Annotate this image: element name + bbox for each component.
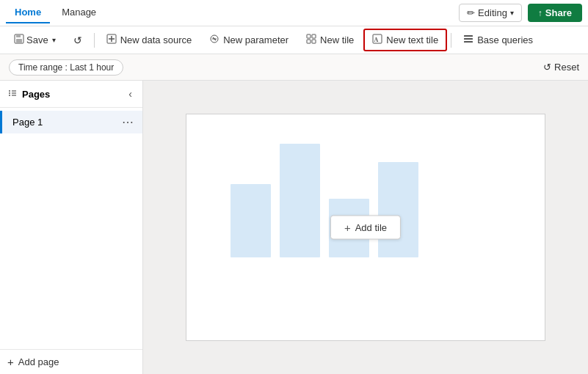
new-text-tile-icon: A <box>372 34 382 46</box>
svg-rect-10 <box>312 34 316 38</box>
chevron-down-icon: ▾ <box>510 9 514 17</box>
add-tile-plus-icon: + <box>344 221 351 234</box>
top-bar-right: ✏ Editing ▾ ↑ Share <box>459 4 582 22</box>
new-data-source-label: New data source <box>120 34 192 45</box>
tab-manage[interactable]: Manage <box>53 2 105 23</box>
share-label: Share <box>545 7 572 18</box>
svg-rect-9 <box>307 34 311 38</box>
new-tile-button[interactable]: New tile <box>298 29 362 51</box>
save-icon <box>14 34 24 46</box>
new-parameter-button[interactable]: New parameter <box>201 29 297 51</box>
add-tile-label: Add tile <box>355 222 387 233</box>
add-page-plus-icon: + <box>7 356 14 368</box>
new-parameter-icon <box>209 34 219 46</box>
sidebar-title: Pages <box>7 88 50 100</box>
base-queries-label: Base queries <box>477 34 533 45</box>
svg-rect-15 <box>464 35 473 37</box>
time-range-filter[interactable]: Time range : Last 1 hour <box>9 59 123 76</box>
save-chevron-icon[interactable]: ▾ <box>51 36 56 44</box>
svg-rect-16 <box>464 38 473 40</box>
toolbar: Save ▾ ↺ New data source New parameter <box>0 26 588 54</box>
share-icon: ↑ <box>538 8 542 18</box>
tab-list: Home Manage <box>6 2 105 23</box>
reset-label: Reset <box>554 62 579 73</box>
add-page-label: Add page <box>18 356 59 367</box>
svg-point-20 <box>9 95 10 96</box>
svg-point-19 <box>9 92 10 94</box>
svg-rect-12 <box>312 40 316 43</box>
svg-text:A: A <box>374 37 379 43</box>
chart-placeholder <box>231 144 418 257</box>
page-list: Page 1 ⋯ <box>0 108 142 349</box>
new-text-tile-label: New text tile <box>386 34 438 45</box>
time-range-label: Time range : Last 1 hour <box>18 62 114 73</box>
reset-icon: ↺ <box>543 62 551 73</box>
editing-label: Editing <box>478 7 507 18</box>
base-queries-icon <box>463 34 473 46</box>
svg-rect-2 <box>16 39 22 43</box>
new-tile-label: New tile <box>320 34 354 45</box>
svg-rect-11 <box>307 40 311 43</box>
svg-rect-17 <box>464 41 473 43</box>
canvas[interactable]: + Add tile <box>186 114 545 341</box>
sidebar: Pages ‹ Page 1 ⋯ + Add page <box>0 81 143 374</box>
svg-point-18 <box>9 90 10 92</box>
main-area: Pages ‹ Page 1 ⋯ + Add page <box>0 81 588 374</box>
new-data-source-button[interactable]: New data source <box>98 29 200 51</box>
sidebar-header: Pages ‹ <box>0 81 142 108</box>
save-button[interactable]: Save ▾ <box>6 29 64 51</box>
filter-bar: Time range : Last 1 hour ↺ Reset <box>0 54 588 81</box>
chart-bar-2 <box>280 144 320 257</box>
new-text-tile-button[interactable]: A New text tile <box>363 29 447 51</box>
page-item-menu-icon[interactable]: ⋯ <box>120 115 135 129</box>
chart-bar-1 <box>231 184 271 257</box>
refresh-icon: ↺ <box>73 34 82 46</box>
toolbar-separator <box>94 33 95 48</box>
sidebar-footer: + Add page <box>0 349 142 374</box>
editing-button[interactable]: ✏ Editing ▾ <box>459 4 522 22</box>
toolbar-separator-2 <box>451 33 451 48</box>
base-queries-button[interactable]: Base queries <box>455 29 541 51</box>
refresh-button[interactable]: ↺ <box>65 30 90 51</box>
add-page-button[interactable]: + Add page <box>7 356 59 368</box>
new-parameter-label: New parameter <box>223 34 288 45</box>
add-tile-button[interactable]: + Add tile <box>330 216 401 240</box>
chart-bar-4 <box>378 162 418 257</box>
new-tile-icon <box>306 34 316 46</box>
sidebar-title-text: Pages <box>22 89 50 100</box>
save-label: Save <box>26 34 48 45</box>
new-data-source-icon <box>106 34 117 46</box>
pencil-icon: ✏ <box>467 7 475 18</box>
reset-button[interactable]: ↺ Reset <box>543 62 579 73</box>
sidebar-collapse-button[interactable]: ‹ <box>126 87 135 101</box>
share-button[interactable]: ↑ Share <box>528 4 582 22</box>
pages-icon <box>7 88 18 100</box>
tab-home[interactable]: Home <box>6 2 50 23</box>
page-item-label: Page 1 <box>12 117 43 128</box>
canvas-area: + Add tile <box>143 81 588 374</box>
page-item[interactable]: Page 1 ⋯ <box>0 111 142 133</box>
svg-rect-1 <box>16 34 21 37</box>
top-bar: Home Manage ✏ Editing ▾ ↑ Share <box>0 0 588 26</box>
